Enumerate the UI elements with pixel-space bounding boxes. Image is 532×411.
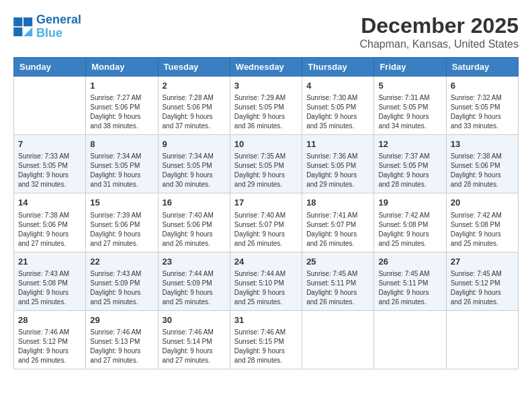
day-number: 14 xyxy=(18,197,81,209)
svg-rect-1 xyxy=(24,17,32,26)
day-info: Sunrise: 7:30 AM Sunset: 5:05 PM Dayligh… xyxy=(306,93,369,131)
calendar-day-cell: 23Sunrise: 7:44 AM Sunset: 5:09 PM Dayli… xyxy=(158,252,230,310)
day-info: Sunrise: 7:34 AM Sunset: 5:05 PM Dayligh… xyxy=(163,152,226,189)
day-number: 24 xyxy=(234,256,298,268)
day-number: 25 xyxy=(306,256,369,268)
day-number: 29 xyxy=(90,314,153,326)
page-header: General Blue December 2025 Chapman, Kans… xyxy=(13,13,519,50)
day-info: Sunrise: 7:33 AM Sunset: 5:05 PM Dayligh… xyxy=(18,152,81,189)
day-info: Sunrise: 7:44 AM Sunset: 5:10 PM Dayligh… xyxy=(234,269,298,307)
day-number: 9 xyxy=(163,138,226,150)
calendar-day-cell: 6Sunrise: 7:32 AM Sunset: 5:05 PM Daylig… xyxy=(446,77,518,135)
calendar-day-cell: 30Sunrise: 7:46 AM Sunset: 5:14 PM Dayli… xyxy=(158,310,230,369)
day-number: 21 xyxy=(18,256,81,268)
calendar-day-cell: 8Sunrise: 7:34 AM Sunset: 5:05 PM Daylig… xyxy=(86,135,158,193)
svg-rect-2 xyxy=(13,28,22,36)
day-info: Sunrise: 7:39 AM Sunset: 5:06 PM Dayligh… xyxy=(90,211,153,248)
calendar-day-cell: 12Sunrise: 7:37 AM Sunset: 5:05 PM Dayli… xyxy=(374,135,446,193)
day-number: 2 xyxy=(163,80,226,92)
calendar-day-cell: 19Sunrise: 7:42 AM Sunset: 5:08 PM Dayli… xyxy=(374,193,446,252)
title-block: December 2025 Chapman, Kansas, United St… xyxy=(359,13,519,50)
calendar-day-header: Sunday xyxy=(14,58,86,77)
day-number: 19 xyxy=(378,197,441,209)
calendar-day-cell: 24Sunrise: 7:44 AM Sunset: 5:10 PM Dayli… xyxy=(230,252,302,310)
calendar-header-row: SundayMondayTuesdayWednesdayThursdayFrid… xyxy=(14,58,519,77)
page-subtitle: Chapman, Kansas, United States xyxy=(359,38,519,50)
day-number: 27 xyxy=(451,256,514,268)
day-info: Sunrise: 7:46 AM Sunset: 5:14 PM Dayligh… xyxy=(163,328,226,365)
calendar-day-cell: 26Sunrise: 7:45 AM Sunset: 5:11 PM Dayli… xyxy=(374,252,446,310)
svg-marker-3 xyxy=(24,28,32,36)
day-info: Sunrise: 7:29 AM Sunset: 5:05 PM Dayligh… xyxy=(234,93,298,131)
day-info: Sunrise: 7:44 AM Sunset: 5:09 PM Dayligh… xyxy=(163,269,226,307)
calendar-week-row: 21Sunrise: 7:43 AM Sunset: 5:08 PM Dayli… xyxy=(14,252,519,310)
calendar-week-row: 14Sunrise: 7:38 AM Sunset: 5:06 PM Dayli… xyxy=(14,193,519,252)
day-number: 17 xyxy=(234,197,298,209)
day-number: 22 xyxy=(90,256,153,268)
day-number: 16 xyxy=(163,197,226,209)
day-number: 15 xyxy=(90,197,153,209)
day-number: 8 xyxy=(90,138,153,150)
day-info: Sunrise: 7:46 AM Sunset: 5:13 PM Dayligh… xyxy=(90,328,153,365)
calendar-day-cell: 9Sunrise: 7:34 AM Sunset: 5:05 PM Daylig… xyxy=(158,135,230,193)
calendar-day-cell: 27Sunrise: 7:45 AM Sunset: 5:12 PM Dayli… xyxy=(446,252,518,310)
day-number: 23 xyxy=(163,256,226,268)
calendar-day-cell: 31Sunrise: 7:46 AM Sunset: 5:15 PM Dayli… xyxy=(230,310,302,369)
calendar-day-cell: 16Sunrise: 7:40 AM Sunset: 5:06 PM Dayli… xyxy=(158,193,230,252)
calendar-day-header: Saturday xyxy=(446,58,518,77)
day-number: 1 xyxy=(90,80,153,92)
day-number: 5 xyxy=(378,80,441,92)
day-info: Sunrise: 7:27 AM Sunset: 5:06 PM Dayligh… xyxy=(90,93,153,131)
svg-rect-0 xyxy=(13,17,22,26)
logo-text: General Blue xyxy=(36,13,81,40)
calendar-day-cell: 3Sunrise: 7:29 AM Sunset: 5:05 PM Daylig… xyxy=(230,77,302,135)
calendar-day-cell: 25Sunrise: 7:45 AM Sunset: 5:11 PM Dayli… xyxy=(302,252,374,310)
logo-icon xyxy=(13,17,34,36)
day-number: 3 xyxy=(234,80,298,92)
day-number: 10 xyxy=(234,138,298,150)
calendar-day-cell xyxy=(446,310,518,369)
calendar-day-cell: 21Sunrise: 7:43 AM Sunset: 5:08 PM Dayli… xyxy=(14,252,86,310)
calendar-day-cell xyxy=(374,310,446,369)
day-info: Sunrise: 7:45 AM Sunset: 5:12 PM Dayligh… xyxy=(451,269,514,307)
day-info: Sunrise: 7:38 AM Sunset: 5:06 PM Dayligh… xyxy=(451,152,514,189)
page-title: December 2025 xyxy=(359,13,519,38)
day-number: 4 xyxy=(306,80,369,92)
day-number: 12 xyxy=(378,138,441,150)
calendar-day-cell: 28Sunrise: 7:46 AM Sunset: 5:12 PM Dayli… xyxy=(14,310,86,369)
calendar-day-cell: 5Sunrise: 7:31 AM Sunset: 5:05 PM Daylig… xyxy=(374,77,446,135)
day-number: 31 xyxy=(234,314,298,326)
day-number: 13 xyxy=(451,138,514,150)
day-info: Sunrise: 7:41 AM Sunset: 5:07 PM Dayligh… xyxy=(306,211,369,248)
calendar-day-cell: 20Sunrise: 7:42 AM Sunset: 5:08 PM Dayli… xyxy=(446,193,518,252)
calendar-day-cell xyxy=(14,77,86,135)
day-number: 30 xyxy=(163,314,226,326)
day-info: Sunrise: 7:46 AM Sunset: 5:12 PM Dayligh… xyxy=(18,328,81,365)
day-info: Sunrise: 7:46 AM Sunset: 5:15 PM Dayligh… xyxy=(234,328,298,365)
calendar-day-cell: 2Sunrise: 7:28 AM Sunset: 5:06 PM Daylig… xyxy=(158,77,230,135)
calendar-day-cell: 14Sunrise: 7:38 AM Sunset: 5:06 PM Dayli… xyxy=(14,193,86,252)
day-info: Sunrise: 7:42 AM Sunset: 5:08 PM Dayligh… xyxy=(378,211,441,248)
day-info: Sunrise: 7:40 AM Sunset: 5:07 PM Dayligh… xyxy=(234,211,298,248)
calendar-week-row: 28Sunrise: 7:46 AM Sunset: 5:12 PM Dayli… xyxy=(14,310,519,369)
day-info: Sunrise: 7:31 AM Sunset: 5:05 PM Dayligh… xyxy=(378,93,441,131)
calendar-day-cell: 22Sunrise: 7:43 AM Sunset: 5:09 PM Dayli… xyxy=(86,252,158,310)
day-number: 26 xyxy=(378,256,441,268)
day-info: Sunrise: 7:32 AM Sunset: 5:05 PM Dayligh… xyxy=(451,93,514,131)
day-number: 28 xyxy=(18,314,81,326)
day-info: Sunrise: 7:42 AM Sunset: 5:08 PM Dayligh… xyxy=(451,211,514,248)
calendar-day-cell: 13Sunrise: 7:38 AM Sunset: 5:06 PM Dayli… xyxy=(446,135,518,193)
calendar-day-cell: 15Sunrise: 7:39 AM Sunset: 5:06 PM Dayli… xyxy=(86,193,158,252)
calendar-day-header: Monday xyxy=(86,58,158,77)
calendar-day-cell: 11Sunrise: 7:36 AM Sunset: 5:05 PM Dayli… xyxy=(302,135,374,193)
calendar-day-header: Friday xyxy=(374,58,446,77)
calendar-week-row: 1Sunrise: 7:27 AM Sunset: 5:06 PM Daylig… xyxy=(14,77,519,135)
calendar-day-cell: 7Sunrise: 7:33 AM Sunset: 5:05 PM Daylig… xyxy=(14,135,86,193)
day-number: 7 xyxy=(18,138,81,150)
calendar-table: SundayMondayTuesdayWednesdayThursdayFrid… xyxy=(13,57,519,369)
day-number: 18 xyxy=(306,197,369,209)
calendar-day-cell xyxy=(302,310,374,369)
day-number: 6 xyxy=(451,80,514,92)
day-number: 11 xyxy=(306,138,369,150)
day-number: 20 xyxy=(451,197,514,209)
